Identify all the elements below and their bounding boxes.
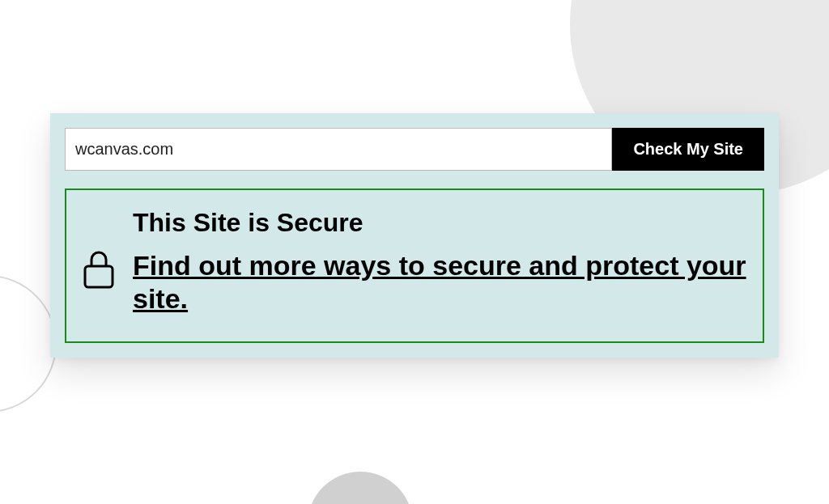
check-form: Check My Site xyxy=(65,128,764,171)
decorative-ring xyxy=(0,275,57,413)
check-site-button[interactable]: Check My Site xyxy=(612,128,764,171)
secure-heading: This Site is Secure xyxy=(133,208,748,238)
secure-result-panel: This Site is Secure Find out more ways t… xyxy=(65,188,764,343)
svg-rect-0 xyxy=(85,266,113,287)
learn-more-link[interactable]: Find out more ways to secure and protect… xyxy=(133,249,748,316)
site-checker-card: Check My Site This Site is Secure Find o… xyxy=(50,113,779,358)
site-url-input[interactable] xyxy=(65,128,612,171)
decorative-circle xyxy=(308,472,413,504)
result-text: This Site is Secure Find out more ways t… xyxy=(133,208,748,316)
lock-icon xyxy=(81,208,117,290)
